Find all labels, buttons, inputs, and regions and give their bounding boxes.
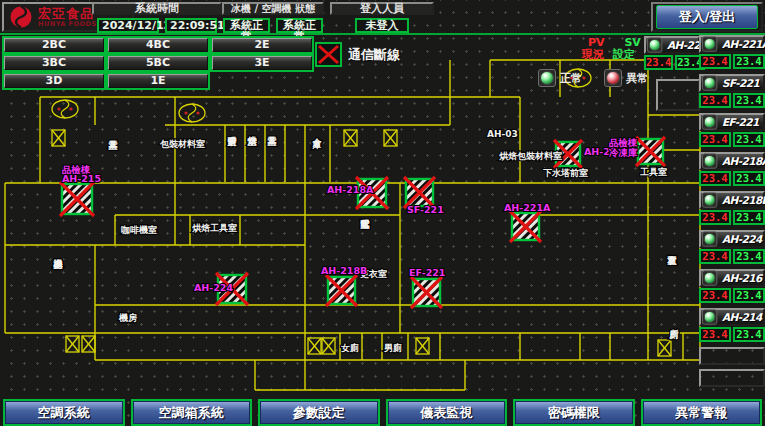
map-label: 男廁 [383, 343, 402, 353]
door-x-icon [322, 338, 335, 354]
unit-name: EF-221 [722, 116, 759, 128]
map-label: AH-215 [62, 173, 101, 184]
nav-button-空調箱系統[interactable]: 空調箱系統 [133, 401, 251, 424]
login-user-title: 登入人員 [330, 2, 434, 15]
unit-button-ah-225[interactable]: AH-225 [644, 36, 700, 54]
sv-sublabel: 設定 [613, 48, 635, 61]
unit-status-led [702, 231, 717, 246]
zone-button-frame: 3E [210, 54, 314, 72]
door-x-icon [658, 340, 671, 356]
unit-button-ef-221[interactable]: EF-221 [699, 113, 765, 131]
zone-button-3e[interactable]: 3E [212, 56, 312, 70]
brand-name-en: HUNYA FOODS [38, 20, 97, 28]
login-logout-button[interactable]: 登入/登出 [656, 5, 758, 29]
unit-values: 23.423.4 [699, 132, 765, 147]
unit-values: 23.423.4 [699, 171, 765, 186]
unit-button-ah-224[interactable]: AH-224 [699, 230, 765, 248]
login-button-frame: 登入/登出 [651, 2, 763, 32]
stairs-icon [52, 100, 78, 118]
map-label: 包裝材料室 [159, 139, 205, 149]
map-label: 女廁 [340, 343, 359, 353]
unit-sv-value: 23.4 [733, 171, 765, 186]
comm-lost-mark [510, 211, 541, 242]
zone-button-2bc[interactable]: 2BC [4, 38, 104, 52]
map-label: AH-221A [504, 202, 551, 213]
unit-pv-value: 23.4 [699, 327, 731, 342]
normal-led-icon [538, 69, 556, 87]
unit-button-ah-218a[interactable]: AH-218A [699, 152, 765, 170]
nav-button-異常警報[interactable]: 異常警報 [643, 401, 761, 424]
unit-status-led [647, 37, 662, 52]
map-label: 下水塔前室 [543, 168, 588, 178]
map-label: 工具室 [109, 140, 119, 150]
system-clock-value: 22:09:51 [165, 18, 217, 33]
unit-status-led [702, 114, 717, 129]
unit-entry-ah-214: AH-21423.423.4 [699, 308, 765, 342]
zone-button-frame: 1E [106, 72, 210, 90]
zone-button-5bc[interactable]: 5BC [108, 56, 208, 70]
login-user-section: 登入人員 未登入 [330, 2, 434, 33]
map-label: 工具室 [268, 136, 278, 146]
map-label: 研磨室 [227, 136, 238, 147]
nav-button-空調系統[interactable]: 空調系統 [5, 401, 123, 424]
unit-button-ah-218b[interactable]: AH-218B [699, 191, 765, 209]
comm-lost-mark [411, 277, 442, 308]
unit-status-led [702, 270, 717, 285]
unit-entry-ah-218a: AH-218A23.423.4 [699, 152, 765, 186]
door-x-icon [384, 130, 397, 146]
unit-sv-value: 23.4 [733, 327, 765, 342]
comm-lost-icon [315, 42, 342, 67]
map-label: AH-03 [487, 129, 518, 139]
map-label: 倉庫 [312, 138, 323, 149]
unit-status-led [702, 36, 717, 51]
system-time-title: 系統時間 [92, 2, 222, 15]
brand-name: 宏亞食品 [38, 7, 97, 20]
zone-button-4bc[interactable]: 4BC [108, 38, 208, 52]
map-label: 機房 [118, 313, 138, 323]
map-label: AH-224 [194, 282, 233, 293]
unit-pv-value: 23.4 [699, 132, 731, 147]
unit-values: 23.423.4 [699, 93, 765, 108]
unit-entry-sf-221: SF-22123.423.4 [699, 74, 765, 108]
nav-button-儀表監視[interactable]: 儀表監視 [388, 401, 506, 424]
unit-entry-ah-218b: AH-218B23.423.4 [699, 191, 765, 225]
nav-button-密碼權限[interactable]: 密碼權限 [515, 401, 633, 424]
comm-lost-mark [326, 275, 357, 306]
unit-button-sf-221[interactable]: SF-221 [699, 74, 765, 92]
empty-slot [699, 347, 765, 365]
door-x-icon [344, 130, 357, 146]
unit-entry-ah-224: AH-22423.423.4 [699, 230, 765, 264]
zone-button-2e[interactable]: 2E [212, 38, 312, 52]
pv-sv-legend: PV SV 現況 設定 [582, 37, 641, 61]
nav-button-參數設定[interactable]: 參數設定 [260, 401, 378, 424]
header-divider [0, 33, 765, 35]
unit-name: AH-218B [722, 194, 765, 206]
unit-status-led [702, 75, 717, 90]
hunya-logo-icon [9, 5, 33, 29]
zone-button-3d[interactable]: 3D [4, 74, 104, 88]
unit-values: 23.423.4 [644, 55, 700, 70]
unit-button-ah-216[interactable]: AH-216 [699, 269, 765, 287]
unit-sv-value: 23.4 [733, 288, 765, 303]
nav-button-frame: 空調箱系統 [131, 399, 253, 426]
system-time-section: 系統時間 2024/12/12 22:09:51 [92, 2, 222, 33]
unit-button-ah-214[interactable]: AH-214 [699, 308, 765, 326]
unit-pv-value: 23.4 [699, 54, 731, 69]
unit-entry-ah-225: AH-22523.423.4 [644, 36, 700, 70]
unit-column-left: AH-22523.423.4 [644, 36, 700, 111]
map-label: AH-218B [321, 265, 367, 276]
map-label: 冷凍庫 [609, 147, 638, 158]
zone-button-grid: 2BC4BC2E3BC5BC3E3D1E [2, 36, 314, 90]
zone-button-1e[interactable]: 1E [108, 74, 208, 88]
nav-button-frame: 參數設定 [258, 399, 380, 426]
unit-status-led [702, 192, 717, 207]
door-x-icon [308, 338, 321, 354]
unit-button-ah-221a[interactable]: AH-221A [699, 35, 765, 53]
status-legend: 正常 異常 [538, 69, 648, 87]
door-x-icon [82, 336, 95, 352]
stairs-icon [179, 104, 205, 122]
door-x-icon [66, 336, 79, 352]
unit-sv-value: 23.4 [733, 249, 765, 264]
zone-button-3bc[interactable]: 3BC [4, 56, 104, 70]
unit-values: 23.423.4 [699, 249, 765, 264]
